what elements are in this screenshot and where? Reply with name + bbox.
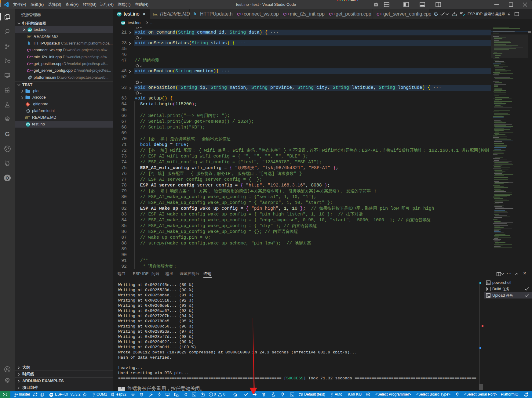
svg-text:M: M <box>154 13 156 15</box>
svg-text:M: M <box>26 117 28 119</box>
svg-text:M: M <box>28 36 30 38</box>
svg-text:Q: Q <box>6 175 9 180</box>
